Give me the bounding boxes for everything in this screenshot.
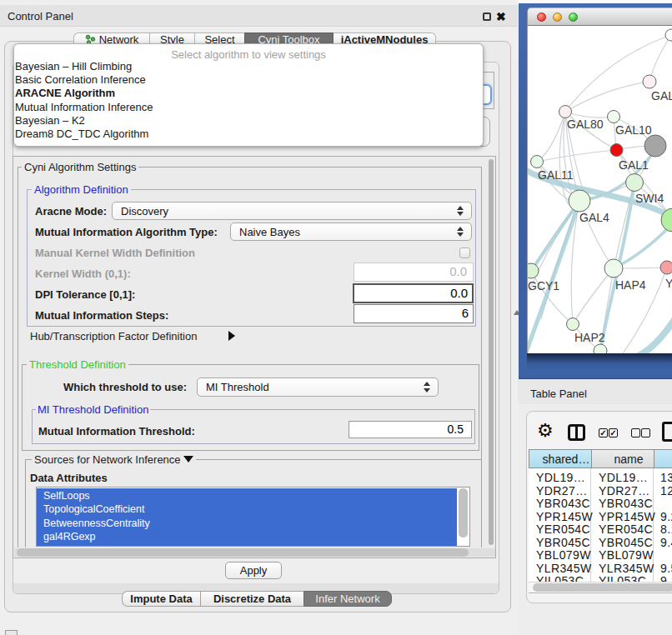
- svg-text:GAL1: GAL1: [619, 158, 649, 172]
- svg-text:SWI4: SWI4: [635, 192, 664, 205]
- svg-text:GAL10: GAL10: [615, 123, 652, 137]
- svg-text:HAP4: HAP4: [615, 278, 646, 292]
- svg-text:GCY1: GCY1: [528, 279, 559, 292]
- svg-text:GAL11: GAL11: [538, 168, 574, 182]
- svg-text:Y: Y: [665, 277, 672, 290]
- svg-text:HAP2: HAP2: [574, 331, 605, 344]
- svg-text:GAL4: GAL4: [579, 211, 609, 224]
- svg-text:GAL7: GAL7: [651, 89, 672, 102]
- svg-text:GAL80: GAL80: [567, 118, 604, 131]
